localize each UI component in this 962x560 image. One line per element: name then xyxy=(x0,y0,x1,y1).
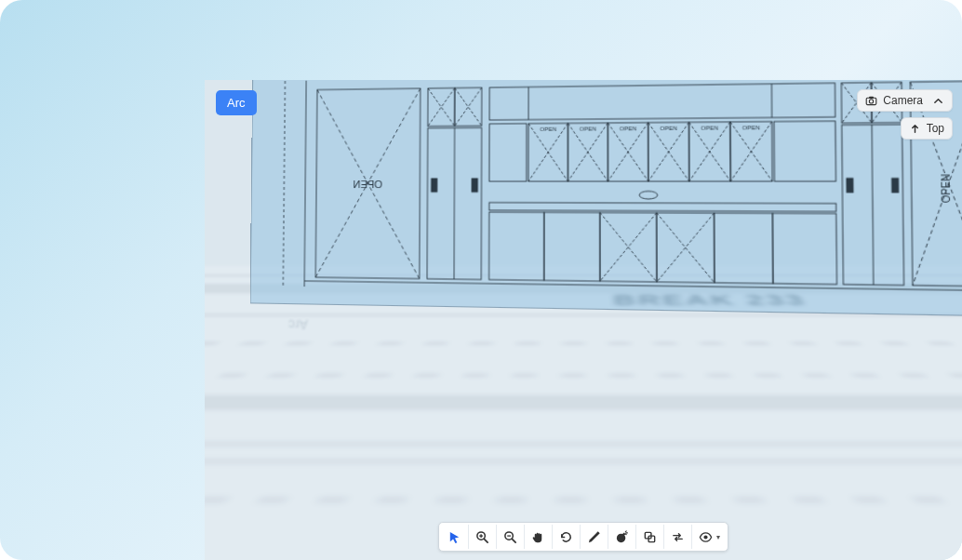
rotate-icon xyxy=(559,530,573,544)
camera-top-label: Top xyxy=(927,122,944,135)
pan-tool-button[interactable] xyxy=(525,525,553,549)
svg-rect-61 xyxy=(847,179,853,193)
zoom-out-icon xyxy=(503,530,517,544)
elevation-wall: OPEN OPEN OPEN OPEN OPEN OPEN OPEN OPEN xyxy=(250,80,962,316)
open-label-right: OPEN xyxy=(940,174,953,203)
chevron-up-icon xyxy=(932,95,944,107)
svg-rect-39 xyxy=(489,83,835,120)
svg-point-85 xyxy=(703,535,707,539)
zoom-out-button[interactable] xyxy=(497,525,525,549)
svg-rect-2 xyxy=(869,96,874,98)
svg-text:OPEN: OPEN xyxy=(742,125,760,131)
swap-tool-button[interactable] xyxy=(664,525,692,549)
zoom-in-icon xyxy=(475,530,489,544)
svg-rect-17 xyxy=(472,179,477,192)
zoom-in-button[interactable] xyxy=(469,525,497,549)
pointer-icon xyxy=(448,530,461,544)
bomb-icon xyxy=(615,530,629,544)
svg-text:OPEN: OPEN xyxy=(540,127,556,132)
rotate-tool-button[interactable] xyxy=(553,525,581,549)
arc-reflection-label: Arc xyxy=(288,317,308,332)
svg-rect-47 xyxy=(772,213,836,284)
svg-rect-62 xyxy=(892,179,899,193)
svg-rect-42 xyxy=(489,212,544,280)
bomb-tool-button[interactable] xyxy=(608,525,636,549)
camera-label: Camera xyxy=(883,94,923,107)
open-label-left: OPEN xyxy=(354,179,383,190)
svg-rect-46 xyxy=(715,213,773,284)
arrow-up-icon xyxy=(909,123,921,135)
app-frame: Arc Camera Top xyxy=(0,0,962,560)
svg-point-52 xyxy=(639,191,658,198)
svg-text:OPEN: OPEN xyxy=(620,126,636,132)
svg-line-3 xyxy=(283,81,285,287)
bottom-toolbar: ▾ xyxy=(438,522,728,552)
svg-line-4 xyxy=(304,81,306,287)
clone-icon xyxy=(643,530,657,544)
svg-line-78 xyxy=(512,539,515,542)
visibility-tool-button[interactable]: ▾ xyxy=(692,525,726,549)
camera-top-button[interactable]: Top xyxy=(901,117,953,140)
svg-rect-37 xyxy=(489,124,527,181)
svg-rect-38 xyxy=(774,121,836,181)
arc-badge-label: Arc xyxy=(227,96,246,110)
svg-text:OPEN: OPEN xyxy=(701,125,718,131)
svg-rect-16 xyxy=(432,179,437,192)
hand-icon xyxy=(531,530,545,544)
svg-line-66 xyxy=(304,281,962,290)
svg-text:OPEN: OPEN xyxy=(580,126,596,131)
pencil-icon xyxy=(587,530,601,544)
svg-rect-18 xyxy=(489,203,836,212)
camera-icon xyxy=(865,95,877,107)
camera-panel: Camera Top xyxy=(857,89,953,140)
svg-line-60 xyxy=(872,125,874,285)
clone-tool-button[interactable] xyxy=(636,525,664,549)
swap-icon xyxy=(671,530,685,544)
arc-badge[interactable]: Arc xyxy=(216,90,257,115)
svg-rect-43 xyxy=(544,212,600,281)
svg-line-74 xyxy=(484,539,488,542)
svg-point-1 xyxy=(870,99,874,102)
camera-button[interactable]: Camera xyxy=(857,89,953,112)
viewport-3d[interactable]: BREAK 233 Arc xyxy=(205,80,962,560)
pointer-tool-button[interactable] xyxy=(441,525,469,549)
pencil-tool-button[interactable] xyxy=(581,525,608,549)
chevron-down-icon: ▾ xyxy=(716,533,720,541)
eye-icon xyxy=(699,530,713,544)
svg-text:OPEN: OPEN xyxy=(660,126,677,132)
svg-line-15 xyxy=(454,128,455,280)
